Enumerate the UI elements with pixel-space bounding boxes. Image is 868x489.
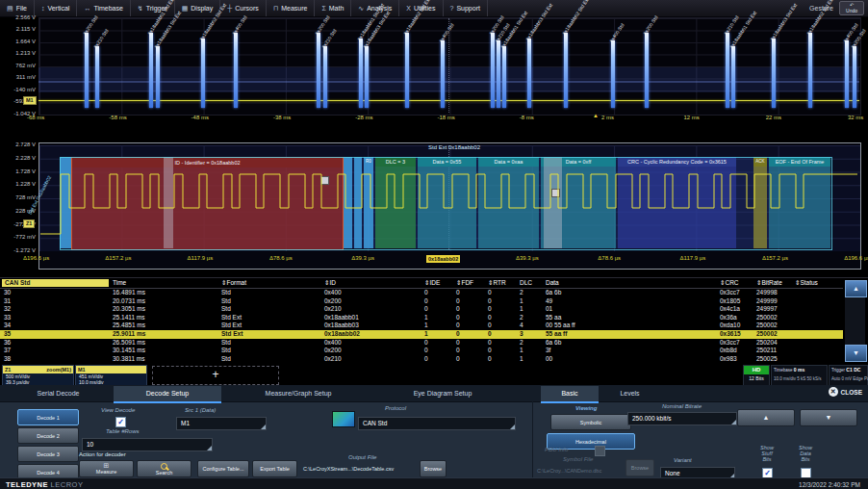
cell-fdf: 0: [456, 289, 460, 297]
m1-trace-badge[interactable]: M1: [23, 96, 37, 105]
cell-format: Std Ext: [221, 322, 242, 330]
tab-serial-decode[interactable]: Serial Decode: [8, 386, 109, 401]
table-row[interactable]: 3626.5091 msStd0x40000026a 6b0x3cc725020…: [0, 339, 843, 347]
cell-bitrate: 250002: [756, 330, 778, 339]
tab-eye-diagram-setup[interactable]: Eye Diagram Setup: [375, 386, 510, 401]
protocol-select[interactable]: CAN Std: [358, 417, 516, 430]
dialog-tab-bar: Serial Decode Decode Setup Measure/Graph…: [0, 385, 868, 402]
tab-measure-graph-setup[interactable]: Measure/Graph Setup: [226, 386, 370, 401]
z1-descriptor[interactable]: Z1zoom(M1) 500 mV/div 39.3 µs/div: [2, 365, 74, 387]
bitrate-down-button[interactable]: ▼: [800, 409, 857, 426]
menu-support[interactable]: ?Support: [444, 0, 488, 16]
col-header-id[interactable]: ⇕ID: [324, 279, 336, 287]
hd-status-box[interactable]: HD 12 Bits: [743, 365, 770, 386]
zoom-delta-label: Δ78.6 µs: [598, 255, 621, 261]
trigger-position-marker[interactable]: ▲: [593, 113, 599, 118]
search-button[interactable]: Search: [137, 460, 191, 477]
measure-button[interactable]: ⊞ Measure: [79, 460, 134, 477]
can-frame-burst: [564, 33, 568, 108]
trigger-status-box[interactable]: Trigger C1 DC Auto 0 mV Edge Positive: [829, 365, 868, 386]
configure-table-button[interactable]: Configure Table...: [197, 460, 249, 477]
table-row[interactable]: 3830.3811 msStd0x2100001000x983250025: [0, 355, 843, 364]
tab-levels[interactable]: Levels: [603, 386, 656, 401]
menu-math[interactable]: ΣMath: [315, 0, 351, 16]
footer-bar: TELEDYNE LECROY 12/3/2022 2:40:32 PM: [0, 477, 868, 489]
menu-timebase[interactable]: ↔Timebase: [77, 0, 130, 16]
decode-2-button[interactable]: Decode 2: [17, 427, 79, 444]
table-row[interactable]: 3525.9011 msStd Ext0x18aabb02100355 aa f…: [0, 330, 843, 339]
scroll-down-button[interactable]: ▼: [845, 345, 867, 362]
analysis-icon: ∿: [358, 5, 364, 13]
center-reference-line: [448, 18, 449, 113]
cell-format: Std: [221, 347, 231, 355]
cell-rtr: 0: [488, 339, 492, 347]
cell-ide: 1: [424, 330, 428, 339]
tab-basic[interactable]: Basic: [541, 386, 599, 403]
col-header-fdf[interactable]: ⇕FDF: [456, 279, 473, 287]
top-y-label: 762 mV: [0, 63, 36, 68]
bitrate-up-button[interactable]: ▲: [737, 409, 795, 426]
cell-bitrate: 249997: [756, 305, 778, 314]
col-header-bitrate[interactable]: ⇕BitRate: [756, 279, 782, 287]
top-x-label: 32 ms: [848, 115, 863, 120]
table-rows-field[interactable]: 10: [82, 438, 213, 451]
table-row[interactable]: 3325.1411 msStd Ext0x18aabb01100255 aa0x…: [0, 314, 843, 322]
table-scrollbar[interactable]: ▲ ▼: [845, 280, 865, 362]
col-header-format[interactable]: ⇕Format: [221, 279, 246, 287]
z1-trace-badge[interactable]: Z1: [23, 219, 35, 228]
export-table-button[interactable]: Export Table: [252, 460, 297, 477]
top-x-label: -48 ms: [191, 115, 209, 120]
can-frame-burst: [845, 40, 849, 108]
top-x-label: -38 ms: [273, 115, 291, 120]
col-header-time[interactable]: Time: [113, 279, 126, 286]
timebase-status-box[interactable]: Timebase 0 ms 10.0 ms/div 5 kS 50 kS/s: [771, 365, 828, 386]
menu-measure[interactable]: ⊓Measure: [267, 0, 316, 16]
cell-rtr: 0: [488, 322, 492, 330]
undo-button[interactable]: ↶ Undo: [839, 1, 864, 15]
cell-time: 25.1411 ms: [113, 314, 144, 322]
table-row[interactable]: 3730.1451 msStd0x20000013f0xb8d250211: [0, 347, 843, 355]
decoder-tag[interactable]: CAN Std: [2, 279, 109, 287]
scroll-up-button[interactable]: ▲: [845, 280, 867, 297]
top-x-label: -8 ms: [520, 115, 534, 120]
show-stuff-bits-label: Show Stuff Bits: [751, 445, 783, 462]
symbolic-button[interactable]: Symbolic: [550, 414, 631, 430]
m1-descriptor[interactable]: M1 451 mV/div 10.0 ms/div: [75, 365, 147, 386]
table-row[interactable]: 3220.3051 msStd0x2100001010x4c1a249997: [0, 305, 843, 314]
browse-output-button[interactable]: Browse: [420, 460, 447, 477]
tab-decode-setup[interactable]: Decode Setup: [114, 386, 221, 403]
decode-3-button[interactable]: Decode 3: [17, 446, 79, 462]
col-header-ide[interactable]: ⇕IDE: [424, 279, 440, 287]
display-icon: ▦: [182, 5, 189, 13]
menu-vertical[interactable]: ↕Vertical: [35, 0, 77, 16]
decode-result-table[interactable]: CAN Std Time⇕Format⇕ID⇕IDE⇕FDF⇕RTRDLCDat…: [0, 277, 868, 366]
src1-select[interactable]: M1: [176, 417, 267, 430]
col-header-crc[interactable]: ⇕CRC: [720, 279, 739, 287]
cell-format: Std: [221, 305, 231, 314]
cell-time: 25.4851 ms: [113, 322, 145, 330]
nominal-bitrate-field[interactable]: 250.000 kbit/s: [627, 412, 737, 425]
col-header-dlc[interactable]: DLC: [520, 279, 532, 286]
cell-data: 00: [546, 355, 552, 364]
browse-symbol-button[interactable]: Browse: [625, 459, 654, 476]
can-frame-burst: [441, 40, 445, 108]
cell-data: 6a 6b: [546, 339, 561, 347]
protocol-icon: [332, 411, 355, 427]
can-frame-burst: [491, 33, 495, 108]
add-trace-button[interactable]: +: [152, 366, 279, 385]
close-dialog-button[interactable]: ✕ CLOSE: [829, 387, 862, 397]
table-row[interactable]: 3120.0731 msStd0x2000001490x1805249999: [0, 297, 843, 306]
can-frame-burst: [731, 46, 735, 108]
top-y-label: -140 mV: [0, 87, 36, 92]
col-header-status[interactable]: ⇕Status: [795, 279, 818, 287]
decode-1-button[interactable]: Decode 1: [17, 409, 79, 425]
pdu-info-checkbox[interactable]: [595, 446, 605, 456]
view-decode-checkbox[interactable]: ✓: [115, 417, 126, 427]
col-header-data[interactable]: Data: [546, 279, 559, 286]
col-header-rtr[interactable]: ⇕RTR: [488, 279, 506, 287]
cell-fdf: 0: [456, 322, 460, 330]
top-x-label: 12 ms: [683, 115, 699, 120]
table-row[interactable]: 3016.4891 msStd0x40000026a 6b0x3cc724999…: [0, 289, 843, 297]
vertical-icon: ↕: [41, 5, 45, 12]
action-label: Action for decoder: [79, 451, 126, 457]
